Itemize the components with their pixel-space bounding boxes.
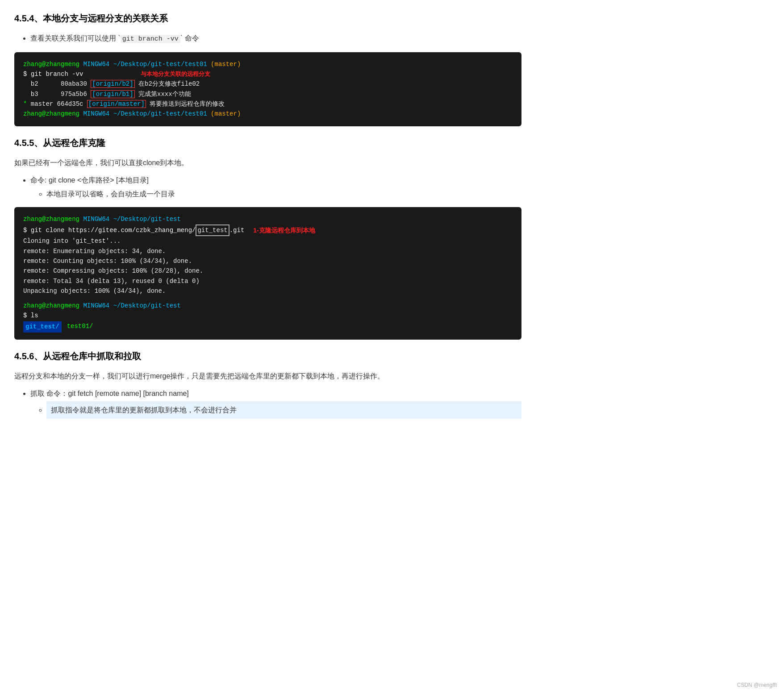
- clone-cmd-text: 命令: git clone <仓库路径> [本地目录]: [30, 176, 149, 184]
- inline-code-branch-vv: git branch -vv: [121, 35, 180, 43]
- section-4-5-5: 4.5.5、从远程仓库克隆 如果已经有一个远端仓库，我们可以直接clone到本地…: [14, 135, 521, 340]
- terminal-line-prompt-2: zhang@zhangmeng MINGW64 ~/Desktop/git-te…: [23, 214, 513, 224]
- bullet-fetch: 抓取 命令：git fetch [remote name] [branch na…: [30, 387, 521, 419]
- sub-bullet-clone-1: 本地目录可以省略，会自动生成一个目录: [46, 188, 521, 200]
- intro-4-5-6: 远程分支和本地的分支一样，我们可以进行merge操作，只是需要先把远端仓库里的更…: [14, 370, 521, 382]
- fetch-text: 抓取 命令：git fetch [remote name] [branch na…: [30, 390, 189, 397]
- section-4-5-4: 4.5.4、本地分支与远程分支的关联关系 查看关联关系我们可以使用 `git b…: [14, 11, 521, 126]
- terminal-line-master: * master 664d35c [origin/master] 将要推送到远程…: [23, 99, 513, 109]
- clone-line-6: Unpacking objects: 100% (34/34), done.: [23, 286, 513, 296]
- bullet-list-4-5-6: 抓取 命令：git fetch [remote name] [branch na…: [14, 387, 521, 419]
- terminal-mingw-1: MINGW64: [83, 61, 109, 68]
- fetch-highlight-note: 抓取指令就是将仓库里的更新都抓取到本地，不会进行合并: [46, 401, 521, 419]
- terminal-dollar-1: $ git branch -vv: [23, 71, 83, 78]
- section-4-5-6: 4.5.6、从远程仓库中抓取和拉取 远程分支和本地的分支一样，我们可以进行mer…: [14, 349, 521, 419]
- terminal-ls-output: git_test/ test01/: [23, 321, 513, 332]
- terminal-cmd-clone: $ git clone https://gitee.com/czbk_zhang…: [23, 224, 513, 236]
- terminal-cmd-1: $ git branch -vv 与本地分支关联的远程分支: [23, 69, 513, 79]
- text-before-code: 查看关联关系我们可以使用 `: [30, 34, 121, 42]
- annotation-clone: 1-克隆远程仓库到本地: [253, 225, 315, 235]
- remote-label-b2: [origin/b2]: [91, 80, 134, 88]
- section-title-4-5-5: 4.5.5、从远程仓库克隆: [14, 135, 521, 150]
- terminal-line-b2: b2 80aba30 [origin/b2] 在b2分支修改file02: [23, 79, 513, 89]
- clone-line-4: remote: Compressing objects: 100% (28/28…: [23, 266, 513, 276]
- bullet-item-branch-vv: 查看关联关系我们可以使用 `git branch -vv` 命令: [30, 32, 521, 45]
- intro-4-5-5: 如果已经有一个远端仓库，我们可以直接clone到本地。: [14, 157, 521, 169]
- clone-line-3: remote: Counting objects: 100% (34/34), …: [23, 256, 513, 266]
- terminal-clone-output: Cloning into 'git_test'... remote: Enume…: [23, 236, 513, 296]
- terminal-line-prompt-end-2: zhang@zhangmeng MINGW64 ~/Desktop/git-te…: [23, 301, 513, 311]
- sub-bullet-fetch-1: 抓取指令就是将仓库里的更新都抓取到本地，不会进行合并: [46, 401, 521, 419]
- ls-test01: test01/: [67, 321, 93, 332]
- annotation-remote-branch: 与本地分支关联的远程分支: [141, 71, 210, 77]
- terminal-line-prompt-1: zhang@zhangmeng MINGW64 ~/Desktop/git-te…: [23, 59, 513, 69]
- remote-label-b3: [origin/b1]: [91, 90, 134, 98]
- terminal-branch-1: (master): [211, 61, 241, 68]
- terminal-block-2: zhang@zhangmeng MINGW64 ~/Desktop/git-te…: [14, 207, 521, 339]
- remote-label-master: [origin/master]: [87, 100, 146, 108]
- clone-line-1: Cloning into 'git_test'...: [23, 236, 513, 246]
- terminal-prompt-1: zhang@zhangmeng: [23, 61, 79, 68]
- clone-line-5: remote: Total 34 (delta 13), reused 0 (d…: [23, 276, 513, 286]
- bullet-list-4-5-4: 查看关联关系我们可以使用 `git branch -vv` 命令: [14, 32, 521, 45]
- highlight-git-test: git_test: [196, 224, 229, 236]
- bullet-list-4-5-5: 命令: git clone <仓库路径> [本地目录] 本地目录可以省略，会自动…: [14, 174, 521, 200]
- terminal-block-1: zhang@zhangmeng MINGW64 ~/Desktop/git-te…: [14, 52, 521, 126]
- clone-line-2: remote: Enumerating objects: 34, done.: [23, 246, 513, 256]
- section-title-4-5-4: 4.5.4、本地分支与远程分支的关联关系: [14, 11, 521, 26]
- text-after-code: ` 命令: [180, 34, 199, 42]
- terminal-path-1: ~/Desktop/git-test/test01: [113, 61, 207, 68]
- section-title-4-5-6: 4.5.6、从远程仓库中抓取和拉取: [14, 349, 521, 364]
- terminal-line-b3: b3 975a5b6 [origin/b1] 完成第xxxx个功能: [23, 89, 513, 99]
- bullet-item-clone: 命令: git clone <仓库路径> [本地目录] 本地目录可以省略，会自动…: [30, 174, 521, 200]
- ls-git-test: git_test/: [23, 321, 62, 332]
- sub-bullet-fetch: 抓取指令就是将仓库里的更新都抓取到本地，不会进行合并: [30, 401, 521, 419]
- sub-bullet-clone: 本地目录可以省略，会自动生成一个目录: [30, 188, 521, 200]
- terminal-line-prompt-end-1: zhang@zhangmeng MINGW64 ~/Desktop/git-te…: [23, 109, 513, 119]
- terminal-ls-cmd: $ ls: [23, 311, 513, 320]
